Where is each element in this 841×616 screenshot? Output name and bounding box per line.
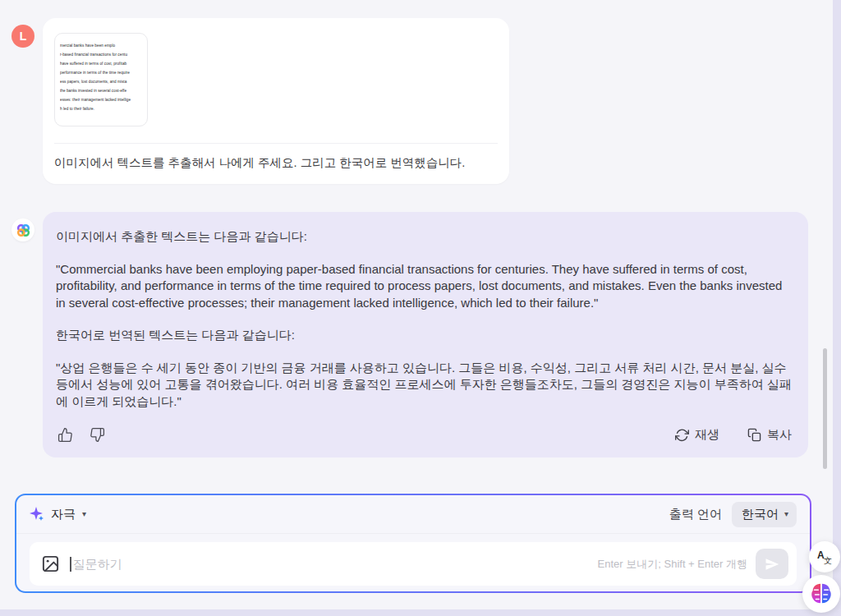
user-avatar: L	[11, 25, 34, 48]
extracted-text: "Commercial banks have been employing pa…	[56, 261, 792, 312]
assistant-intro: 이미지에서 추출한 텍스트는 다음과 같습니다:	[56, 228, 792, 246]
regenerate-label: 재생	[695, 427, 719, 443]
thumbs-up-icon	[57, 427, 73, 443]
thumbs-up-button[interactable]	[56, 425, 75, 444]
translated-text: "상업 은행들은 수 세기 동안 종이 기반의 금융 거래를 사용하고 있습니다…	[56, 360, 792, 411]
message-input[interactable]	[73, 557, 598, 571]
composer-divider	[16, 533, 810, 534]
attached-image-thumbnail[interactable]: mercial banks have been emplo r-based fi…	[54, 33, 148, 126]
paper-plane-icon	[765, 557, 779, 572]
copy-icon	[747, 428, 761, 442]
regenerate-button[interactable]: 재생	[675, 427, 719, 443]
mode-selector[interactable]: 자극 ▾	[30, 507, 86, 522]
brain-logo-fab[interactable]	[802, 575, 840, 613]
thumbs-down-button[interactable]	[88, 425, 107, 444]
image-upload-button[interactable]	[39, 553, 62, 575]
image-icon	[41, 554, 60, 573]
chat-surface: L mercial banks have been emplo r-based …	[0, 0, 833, 609]
brain-logo-icon	[809, 582, 834, 606]
text-cursor	[70, 557, 71, 572]
mode-label: 자극	[51, 507, 76, 522]
output-language-select[interactable]: 한국어 ▾	[732, 502, 797, 527]
message-input-row: Enter 보내기; Shift + Enter 개행	[30, 542, 797, 586]
translation-intro: 한국어로 번역된 텍스트는 다음과 같습니다:	[56, 327, 792, 344]
translate-fab[interactable]: A 文	[809, 541, 840, 572]
output-language-value: 한국어	[742, 507, 779, 522]
thumbs-down-icon	[90, 427, 105, 443]
user-message-text: 이미지에서 텍스트를 추출해서 나에게 주세요. 그리고 한국어로 번역했습니다…	[54, 154, 498, 171]
composer-panel: 자극 ▾ 출력 언어 한국어 ▾	[15, 494, 811, 593]
sparkle-icon	[30, 507, 44, 522]
copy-button[interactable]: 복사	[747, 427, 792, 443]
assistant-message-bubble: 이미지에서 추출한 텍스트는 다음과 같습니다: "Commercial ban…	[43, 212, 808, 457]
user-message-card: mercial banks have been emplo r-based fi…	[43, 18, 509, 184]
svg-text:文: 文	[824, 556, 832, 565]
translate-icon: A 文	[816, 548, 834, 566]
send-hint: Enter 보내기; Shift + Enter 개행	[598, 557, 747, 572]
card-divider	[54, 143, 498, 144]
refresh-icon	[675, 428, 689, 442]
send-button[interactable]	[756, 549, 788, 579]
clover-logo-icon	[16, 223, 31, 238]
chevron-down-icon: ▾	[82, 510, 86, 518]
output-language-label: 출력 언어	[669, 507, 722, 522]
scrollbar-thumb[interactable]	[823, 348, 827, 469]
chevron-down-icon: ▾	[784, 510, 788, 518]
attached-image-text: mercial banks have been emplo r-based fi…	[60, 41, 148, 113]
composer-toolbar: 자극 ▾ 출력 언어 한국어 ▾	[16, 495, 810, 533]
assistant-avatar	[11, 218, 34, 241]
assistant-action-bar: 재생 복사	[56, 425, 792, 446]
copy-label: 복사	[767, 427, 792, 443]
